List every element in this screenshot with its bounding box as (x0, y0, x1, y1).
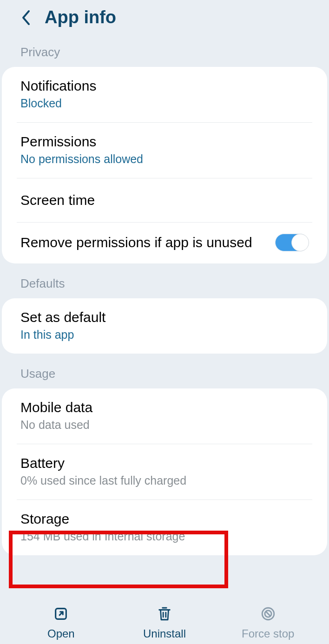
bottom-bar: Open Uninstall Force stop (0, 597, 329, 644)
force-stop-label: Force stop (242, 627, 294, 640)
storage-title: Storage (20, 511, 309, 527)
page-title: App info (45, 7, 116, 27)
force-stop-button[interactable]: Force stop (216, 605, 320, 640)
notifications-title: Notifications (20, 78, 309, 94)
set-default-subtitle: In this app (20, 328, 309, 342)
notifications-row[interactable]: Notifications Blocked (2, 67, 327, 122)
prohibit-icon (259, 605, 277, 623)
uninstall-label: Uninstall (143, 627, 186, 640)
open-label: Open (47, 627, 75, 640)
storage-subtitle: 154 MB used in Internal storage (20, 530, 309, 543)
section-header-defaults: Defaults (0, 263, 329, 298)
mobile-data-row[interactable]: Mobile data No data used (2, 388, 327, 444)
trash-icon (156, 605, 173, 623)
notifications-subtitle: Blocked (20, 97, 309, 110)
remove-permissions-title: Remove permissions if app is unused (20, 235, 252, 250)
back-icon[interactable] (20, 9, 32, 26)
mobile-data-subtitle: No data used (20, 418, 309, 432)
battery-title: Battery (20, 455, 309, 471)
uninstall-button[interactable]: Uninstall (113, 605, 217, 640)
storage-row[interactable]: Storage 154 MB used in Internal storage (2, 500, 327, 555)
toggle-knob (291, 234, 309, 251)
permissions-title: Permissions (20, 134, 309, 150)
screentime-row[interactable]: Screen time (2, 178, 327, 222)
set-default-title: Set as default (20, 309, 309, 325)
privacy-card: Notifications Blocked Permissions No per… (2, 67, 327, 263)
defaults-card: Set as default In this app (2, 298, 327, 354)
usage-card: Mobile data No data used Battery 0% used… (2, 388, 327, 555)
battery-row[interactable]: Battery 0% used since last fully charged (2, 444, 327, 499)
section-header-privacy: Privacy (0, 40, 329, 67)
open-button[interactable]: Open (9, 605, 113, 640)
set-default-row[interactable]: Set as default In this app (2, 298, 327, 354)
header: App info (0, 0, 329, 40)
permissions-row[interactable]: Permissions No permissions allowed (2, 123, 327, 178)
open-icon (52, 605, 70, 623)
battery-subtitle: 0% used since last fully charged (20, 474, 309, 487)
mobile-data-title: Mobile data (20, 400, 309, 415)
section-header-usage: Usage (0, 354, 329, 388)
screentime-title: Screen time (20, 192, 309, 208)
permissions-subtitle: No permissions allowed (20, 152, 309, 166)
remove-permissions-toggle[interactable] (275, 234, 309, 251)
remove-permissions-row[interactable]: Remove permissions if app is unused (2, 223, 327, 263)
